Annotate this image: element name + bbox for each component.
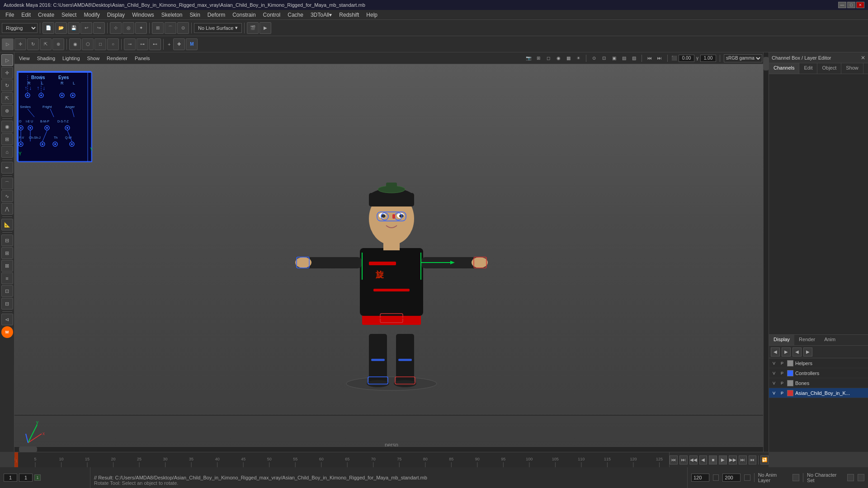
- bottom-scrollbar[interactable]: [14, 446, 763, 452]
- exposure-input[interactable]: [679, 55, 694, 62]
- right-scrollbar[interactable]: [763, 52, 769, 467]
- layer-controllers-p[interactable]: P: [779, 371, 785, 375]
- menu-windows[interactable]: Windows: [128, 11, 158, 19]
- vp-next-btn[interactable]: ⏭: [656, 54, 664, 62]
- move-tool[interactable]: ✛: [1, 67, 13, 79]
- layer-helpers-p[interactable]: P: [779, 361, 785, 366]
- move-tool-btn[interactable]: ✛: [14, 38, 26, 50]
- char-set-btn2[interactable]: [858, 474, 864, 481]
- maya-logo-btn[interactable]: M: [1, 326, 13, 338]
- snap-btn2[interactable]: ✚: [173, 38, 185, 50]
- sculpt-tool[interactable]: ⌂: [1, 146, 13, 158]
- layer-fwd-btn[interactable]: ▶: [782, 347, 791, 357]
- h-scrollbar-thumb[interactable]: [19, 447, 37, 452]
- bezier-tool[interactable]: ⋀: [1, 203, 13, 215]
- box-btn[interactable]: □: [94, 38, 106, 50]
- layer-tool-6[interactable]: ⊟: [1, 298, 13, 310]
- layer-controllers-v[interactable]: V: [771, 371, 777, 375]
- menu-modify[interactable]: Modify: [80, 11, 103, 19]
- menu-deform[interactable]: Deform: [204, 11, 229, 19]
- paint-skin-btn[interactable]: ⬡: [82, 38, 94, 50]
- vp-wireframe-btn[interactable]: ◻: [544, 54, 552, 62]
- layer-fwd2-btn[interactable]: ▶: [803, 347, 812, 357]
- cb-tab-show[interactable]: Show: [841, 63, 863, 74]
- measure-tool[interactable]: 📐: [1, 219, 13, 230]
- snap-curve-btn[interactable]: ⌒: [165, 22, 176, 34]
- pb-next-key-btn[interactable]: ⏭: [739, 455, 747, 465]
- layer-bones-v[interactable]: V: [771, 381, 777, 385]
- lasso-btn[interactable]: ◎: [123, 22, 134, 34]
- sphere-btn[interactable]: ○: [107, 38, 119, 50]
- color-space-dropdown[interactable]: sRGB gamma: [724, 54, 762, 62]
- scrollbar-thumb[interactable]: [764, 57, 769, 70]
- cb-tab-edit[interactable]: Edit: [799, 63, 817, 74]
- pb-back-btn[interactable]: ◀: [699, 455, 708, 465]
- soft-select-btn[interactable]: ◉: [69, 38, 81, 50]
- vp-resolution-btn[interactable]: ⊡: [600, 54, 608, 62]
- vp-light-btn[interactable]: ☀: [574, 54, 582, 62]
- layer-row-asian-child[interactable]: V P Asian_Child_Boy_in_K...: [769, 388, 868, 398]
- snap-point-btn[interactable]: ⊙: [177, 22, 189, 34]
- soft-mod-tool[interactable]: ◉: [1, 121, 13, 132]
- vp-menu-show[interactable]: Show: [85, 55, 103, 62]
- menu-cache[interactable]: Cache: [284, 11, 307, 19]
- menu-select[interactable]: Select: [58, 11, 80, 19]
- menu-skeleton[interactable]: Skeleton: [158, 11, 186, 19]
- layer-helpers-v[interactable]: V: [771, 361, 777, 366]
- open-btn[interactable]: 📂: [55, 22, 67, 34]
- layer-row-bones[interactable]: V P Bones: [769, 378, 868, 388]
- maximize-button[interactable]: □: [847, 2, 855, 8]
- layer-controllers-color[interactable]: [787, 370, 793, 376]
- pb-step-fwd-btn[interactable]: ▶▶: [729, 455, 737, 465]
- layer-tool-1[interactable]: ⊟: [1, 235, 13, 246]
- rotate-tool[interactable]: ↻: [1, 80, 13, 91]
- vp-texture-btn[interactable]: ▦: [564, 54, 572, 62]
- rotate-tool-btn[interactable]: ↻: [27, 38, 39, 50]
- scale-tool[interactable]: ⇱: [1, 92, 13, 104]
- gamma-input[interactable]: [700, 55, 716, 62]
- layer-tab-display[interactable]: Display: [769, 335, 794, 345]
- universal-tool-btn[interactable]: ⊕: [52, 38, 64, 50]
- layer-back-btn[interactable]: ◀: [771, 347, 780, 357]
- vp-prev-btn[interactable]: ⏮: [646, 54, 654, 62]
- timeline[interactable]: 1 15101520253035404550556065707580859095…: [14, 452, 769, 467]
- minimize-button[interactable]: —: [838, 2, 846, 8]
- layer-helpers-color[interactable]: [787, 360, 793, 366]
- mode-dropdown[interactable]: Rigging Animation Modeling: [2, 23, 38, 33]
- range-checkbox2[interactable]: [744, 474, 750, 481]
- lattice-tool[interactable]: ⊞: [1, 133, 13, 145]
- layer-row-helpers[interactable]: V P Helpers: [769, 358, 868, 368]
- vp-menu-shading[interactable]: Shading: [34, 55, 58, 62]
- pb-play-btn[interactable]: ▶: [719, 455, 727, 465]
- vp-menu-panels[interactable]: Panels: [132, 55, 153, 62]
- menu-redshift[interactable]: Redshift: [335, 11, 363, 19]
- menu-create[interactable]: Create: [34, 11, 58, 19]
- layer-asian-color[interactable]: [787, 390, 793, 396]
- anim-layer-btn[interactable]: [793, 474, 799, 481]
- layer-asian-p[interactable]: P: [779, 391, 785, 395]
- pb-step-back-btn[interactable]: ◀◀: [689, 455, 698, 465]
- menu-help[interactable]: Help: [363, 11, 381, 19]
- layer-tool-3[interactable]: ⊠: [1, 260, 13, 272]
- range-checkbox[interactable]: [713, 474, 719, 481]
- vp-menu-lighting[interactable]: Lighting: [60, 55, 83, 62]
- cv-curve-tool[interactable]: ⌒: [1, 178, 13, 189]
- layer-bones-color[interactable]: [787, 380, 793, 386]
- paint-btn[interactable]: ✦: [135, 22, 147, 34]
- vp-safe-btn[interactable]: ▧: [630, 54, 638, 62]
- char-set-btn[interactable]: [847, 474, 854, 481]
- vp-isolate-btn[interactable]: ⊙: [590, 54, 598, 62]
- vp-grid-btn[interactable]: ⊞: [534, 54, 542, 62]
- maya-icon-btn[interactable]: M: [186, 38, 198, 50]
- render-btn[interactable]: 🎬: [247, 22, 259, 34]
- menu-control[interactable]: Control: [259, 11, 284, 19]
- menu-constrain[interactable]: Constrain: [229, 11, 259, 19]
- vp-camera-btn[interactable]: 📷: [524, 54, 533, 62]
- layer-asian-v[interactable]: V: [771, 391, 777, 395]
- save-btn[interactable]: 💾: [68, 22, 80, 34]
- layer-back2-btn[interactable]: ◀: [793, 347, 802, 357]
- universal-manip-tool[interactable]: ⊕: [1, 105, 13, 117]
- menu-edit[interactable]: Edit: [18, 11, 34, 19]
- vp-menu-view[interactable]: View: [16, 55, 33, 62]
- vp-gate-btn[interactable]: ▣: [610, 54, 618, 62]
